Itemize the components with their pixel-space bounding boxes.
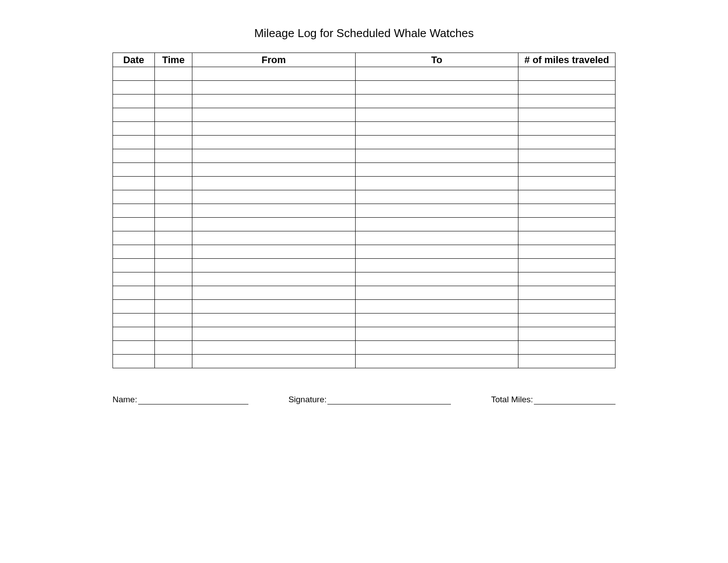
cell-to[interactable] — [355, 259, 518, 272]
cell-from[interactable] — [192, 314, 355, 327]
cell-from[interactable] — [192, 218, 355, 231]
cell-time[interactable] — [154, 355, 192, 368]
cell-to[interactable] — [355, 355, 518, 368]
cell-to[interactable] — [355, 94, 518, 108]
cell-to[interactable] — [355, 136, 518, 149]
cell-from[interactable] — [192, 341, 355, 355]
cell-time[interactable] — [154, 163, 192, 177]
cell-time[interactable] — [154, 122, 192, 136]
cell-from[interactable] — [192, 177, 355, 190]
cell-to[interactable] — [355, 67, 518, 81]
cell-miles[interactable] — [518, 231, 615, 245]
total-miles-line[interactable] — [534, 397, 615, 404]
cell-from[interactable] — [192, 190, 355, 204]
cell-time[interactable] — [154, 177, 192, 190]
cell-miles[interactable] — [518, 177, 615, 190]
cell-from[interactable] — [192, 94, 355, 108]
cell-time[interactable] — [154, 204, 192, 218]
cell-date[interactable] — [113, 218, 155, 231]
cell-date[interactable] — [113, 327, 155, 341]
name-line[interactable] — [138, 397, 248, 404]
cell-miles[interactable] — [518, 122, 615, 136]
cell-to[interactable] — [355, 163, 518, 177]
cell-time[interactable] — [154, 231, 192, 245]
cell-miles[interactable] — [518, 245, 615, 259]
cell-to[interactable] — [355, 149, 518, 163]
cell-date[interactable] — [113, 177, 155, 190]
cell-to[interactable] — [355, 231, 518, 245]
cell-time[interactable] — [154, 94, 192, 108]
cell-from[interactable] — [192, 149, 355, 163]
cell-miles[interactable] — [518, 218, 615, 231]
cell-to[interactable] — [355, 286, 518, 300]
cell-date[interactable] — [113, 300, 155, 314]
cell-miles[interactable] — [518, 67, 615, 81]
cell-time[interactable] — [154, 149, 192, 163]
cell-from[interactable] — [192, 327, 355, 341]
cell-time[interactable] — [154, 67, 192, 81]
cell-date[interactable] — [113, 286, 155, 300]
cell-date[interactable] — [113, 136, 155, 149]
cell-from[interactable] — [192, 355, 355, 368]
cell-from[interactable] — [192, 122, 355, 136]
cell-date[interactable] — [113, 67, 155, 81]
cell-to[interactable] — [355, 272, 518, 286]
cell-miles[interactable] — [518, 94, 615, 108]
cell-from[interactable] — [192, 81, 355, 94]
cell-to[interactable] — [355, 300, 518, 314]
cell-to[interactable] — [355, 204, 518, 218]
cell-time[interactable] — [154, 272, 192, 286]
cell-to[interactable] — [355, 341, 518, 355]
cell-from[interactable] — [192, 259, 355, 272]
cell-from[interactable] — [192, 300, 355, 314]
cell-date[interactable] — [113, 122, 155, 136]
cell-time[interactable] — [154, 245, 192, 259]
cell-time[interactable] — [154, 286, 192, 300]
cell-date[interactable] — [113, 341, 155, 355]
cell-time[interactable] — [154, 108, 192, 122]
cell-time[interactable] — [154, 314, 192, 327]
cell-date[interactable] — [113, 204, 155, 218]
cell-to[interactable] — [355, 108, 518, 122]
cell-time[interactable] — [154, 81, 192, 94]
cell-time[interactable] — [154, 136, 192, 149]
cell-date[interactable] — [113, 272, 155, 286]
cell-date[interactable] — [113, 149, 155, 163]
cell-to[interactable] — [355, 177, 518, 190]
cell-time[interactable] — [154, 300, 192, 314]
cell-from[interactable] — [192, 163, 355, 177]
cell-date[interactable] — [113, 245, 155, 259]
cell-date[interactable] — [113, 355, 155, 368]
cell-miles[interactable] — [518, 136, 615, 149]
cell-date[interactable] — [113, 108, 155, 122]
cell-time[interactable] — [154, 327, 192, 341]
cell-miles[interactable] — [518, 108, 615, 122]
cell-to[interactable] — [355, 245, 518, 259]
cell-time[interactable] — [154, 259, 192, 272]
cell-date[interactable] — [113, 314, 155, 327]
cell-miles[interactable] — [518, 314, 615, 327]
cell-to[interactable] — [355, 218, 518, 231]
cell-from[interactable] — [192, 67, 355, 81]
cell-to[interactable] — [355, 190, 518, 204]
cell-from[interactable] — [192, 108, 355, 122]
cell-miles[interactable] — [518, 163, 615, 177]
cell-from[interactable] — [192, 245, 355, 259]
cell-date[interactable] — [113, 231, 155, 245]
cell-time[interactable] — [154, 190, 192, 204]
cell-time[interactable] — [154, 218, 192, 231]
cell-date[interactable] — [113, 259, 155, 272]
cell-to[interactable] — [355, 81, 518, 94]
cell-date[interactable] — [113, 190, 155, 204]
cell-miles[interactable] — [518, 149, 615, 163]
cell-miles[interactable] — [518, 272, 615, 286]
cell-date[interactable] — [113, 94, 155, 108]
cell-to[interactable] — [355, 314, 518, 327]
cell-from[interactable] — [192, 204, 355, 218]
cell-miles[interactable] — [518, 341, 615, 355]
cell-from[interactable] — [192, 136, 355, 149]
cell-miles[interactable] — [518, 259, 615, 272]
cell-date[interactable] — [113, 163, 155, 177]
cell-miles[interactable] — [518, 355, 615, 368]
cell-from[interactable] — [192, 231, 355, 245]
